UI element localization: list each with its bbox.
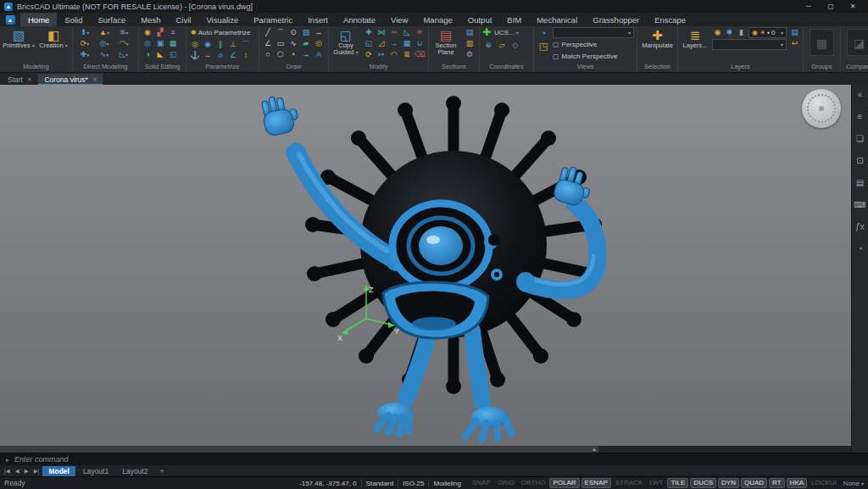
status-toggle[interactable]: STRACK [613,478,645,488]
status-toggle[interactable]: TILE [667,478,688,488]
close-tab-icon[interactable]: ✕ [92,76,97,83]
ellipse-icon[interactable]: ⊙ [287,27,299,38]
union-icon[interactable]: ◉ [142,27,153,38]
menu-tab[interactable]: Surface [90,13,133,26]
menu-tab[interactable]: BIM [499,13,529,26]
view-preset-dropdown[interactable]: ▾ [553,27,634,38]
angle-constraint-icon[interactable]: ∠ [227,50,239,61]
compare-button[interactable]: ◪ [847,29,868,56]
menu-tab[interactable]: Home [20,13,57,26]
move-icon[interactable]: ✚ [363,27,375,38]
perpendicular-constraint-icon[interactable]: ⊥ [227,39,239,50]
point-icon[interactable]: • [287,49,299,60]
perspective-toggle[interactable]: ▢ Perspective [553,39,634,50]
menu-tab[interactable]: Solid [57,13,90,26]
imprint-icon[interactable]: ▦ [167,38,179,49]
navigation-dial[interactable] [802,89,841,128]
hatch-icon[interactable]: ▨ [300,27,312,38]
auto-parametrize-button[interactable]: ✱ Auto Parametrize [189,27,253,38]
document-tab[interactable]: Corona virus* ✕ [38,74,103,85]
minimize-button[interactable]: ─ [798,0,820,13]
layer-on-icon[interactable]: ◉ [712,27,723,38]
copy-guided-button[interactable]: ◱ Copy Guided ▾ [331,27,360,56]
menu-tab[interactable]: Visualize [198,13,246,26]
status-toggle[interactable]: POLAR [549,478,579,488]
ucs-axes-icon[interactable]: ✚ [482,27,491,38]
3d-model-coronavirus[interactable]: Z X Y [0,85,851,446]
view-cube-icon[interactable]: ◳ [537,40,550,53]
status-toggle[interactable]: GRID [495,478,517,488]
arc-icon[interactable]: ⌒ [275,27,287,38]
polygon-icon[interactable]: ⬡ [275,49,287,60]
status-toggle[interactable]: HKA [787,478,807,488]
primitives-button[interactable]: ▧ Primitives ▾ [3,27,35,49]
status-field[interactable]: Standard [361,480,398,487]
creation-button[interactable]: ◧ Creation ▾ [37,27,70,49]
array-icon[interactable]: ▦ [401,38,413,49]
menu-tab[interactable]: Insert [300,13,336,26]
status-toggle[interactable]: ESNAP [581,478,611,488]
current-layer-dropdown[interactable]: ◉ ☀ ▪ 0 ▾ [748,27,787,38]
first-layout-icon[interactable]: |◀ [3,468,12,475]
sheets-panel-icon[interactable]: ▤ [854,176,867,190]
maximize-button[interactable]: ▢ [820,0,842,13]
fillet-edge-icon[interactable]: ◠▾ [114,38,133,49]
coincident-constraint-icon[interactable]: ◎ [189,39,201,50]
extrude-icon[interactable]: ▲▾ [95,27,114,38]
menu-tab[interactable]: Civil [168,13,198,26]
copy-icon[interactable]: ◱ [363,38,375,49]
status-toggle[interactable]: DUCS [690,478,716,488]
document-tab[interactable]: Start ✕ [2,74,38,85]
tips-panel-icon[interactable]: ◔ [854,242,867,256]
command-line-panel-icon[interactable]: ⌨ [854,198,867,212]
subtract-icon[interactable]: ◎ [142,38,153,49]
polyline-icon[interactable]: ∠ [262,38,274,49]
line-icon[interactable]: ╱ [262,27,274,38]
layout-tab[interactable]: Model [42,466,75,476]
section-settings-icon[interactable]: ⚙ [463,49,476,60]
fillet-icon[interactable]: ◠ [388,49,400,60]
text-icon[interactable]: A [313,49,325,60]
status-toggle[interactable]: DYN [718,478,739,488]
status-toggle[interactable]: ORTHO [519,478,548,488]
collapse-panel-icon[interactable]: « [854,88,867,102]
menu-tab[interactable]: Parametric [246,13,300,26]
command-input[interactable]: Enter command [14,455,69,464]
push-pull-icon[interactable]: ⬆▾ [75,27,94,38]
look-from-icon[interactable]: ◔ [537,27,550,40]
status-toggle[interactable]: LWT [647,478,665,488]
layer-state-dropdown[interactable]: ▾ [712,39,787,50]
trim-icon[interactable]: ✂ [388,27,400,38]
fix-constraint-icon[interactable]: ⚓ [189,50,201,61]
intersect-icon[interactable]: ◑ [142,49,153,60]
menu-tab[interactable]: View [383,13,415,26]
radius-constraint-icon[interactable]: ⌀ [214,50,226,61]
groups-button[interactable]: ▦ [810,29,834,56]
rotate-face-icon[interactable]: ⟳▾ [75,38,94,49]
explode-icon[interactable]: ✳ [414,27,426,38]
layer-lock-icon[interactable]: ▮ [736,27,747,38]
distance-constraint-icon[interactable]: ↔ [202,50,214,61]
parallel-constraint-icon[interactable]: ∥ [214,39,226,50]
section-plane-button[interactable]: ▤ Section Plane [431,27,460,56]
join-icon[interactable]: ∪ [414,38,426,49]
brand-icon[interactable]: ▲ [0,13,20,26]
status-field[interactable]: ISO-25 [398,480,428,487]
taper-icon[interactable]: ◣ [154,49,166,60]
erase-icon[interactable]: ⌫ [414,49,426,60]
tangent-constraint-icon[interactable]: ⌒ [240,39,252,50]
circle-icon[interactable]: ○ [262,49,274,60]
generate-section-icon[interactable]: ▤ [463,27,476,38]
spline-icon[interactable]: ∿ [287,38,299,49]
menu-tab[interactable]: Grasshopper [585,13,647,26]
rectangle-icon[interactable]: ▭ [275,38,287,49]
status-toggle[interactable]: QUAD [741,478,767,488]
annotation-scale-dropdown[interactable]: None ▾ [843,480,864,487]
attachments-panel-icon[interactable]: ⊡ [854,154,867,168]
menu-tab[interactable]: Manage [415,13,459,26]
status-toggle[interactable]: RT [769,478,785,488]
layers-dialog-button[interactable]: ≣ Layers... [681,27,709,49]
next-layout-icon[interactable]: ▶ [23,468,31,475]
match-perspective-toggle[interactable]: ▢ Match Perspective [553,51,634,62]
last-layout-icon[interactable]: ▶| [32,468,42,475]
